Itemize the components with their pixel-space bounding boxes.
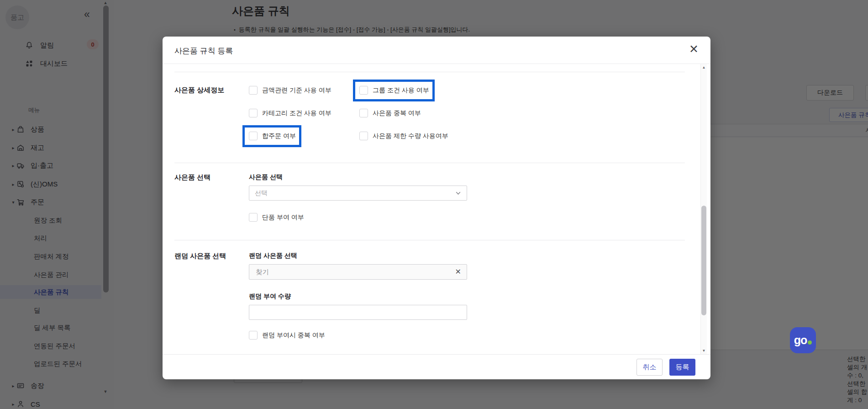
checkbox-label: 사은품 제한 수량 사용여부	[373, 132, 448, 140]
gift-rule-register-modal: 사은품 규칙 등록 ✕ 사은품 상세정보 금액관련 기준 사용 여부 그룹 조건…	[163, 37, 710, 379]
checkbox-label: 랜덤 부여시 중복 여부	[262, 331, 325, 340]
modal-header: 사은품 규칙 등록 ✕	[163, 37, 710, 64]
checkbox-combined-order[interactable]: 합주문 여부	[249, 132, 296, 140]
checkbox-group-condition[interactable]: 그룹 조건 사용 여부	[359, 86, 429, 95]
go-badge-text: go	[794, 334, 807, 347]
go-badge-dot	[808, 340, 812, 345]
gift-select-field-label: 사은품 선택	[249, 173, 467, 181]
checkbox-box[interactable]	[249, 86, 258, 95]
modal-scroll-down-icon[interactable]: ▼	[701, 349, 707, 353]
random-gift-search-input[interactable]	[255, 268, 439, 276]
gift-select-section: 사은품 선택 사은품 선택 선택 단품 부여 여부	[174, 163, 685, 240]
cancel-button[interactable]: 취소	[637, 359, 663, 376]
random-gift-field-label: 랜덤 사은품 선택	[249, 252, 467, 260]
checkbox-random-duplicate[interactable]: 랜덤 부여시 중복 여부	[249, 331, 325, 340]
random-section-label: 랜덤 사은품 선택	[174, 252, 249, 340]
checkbox-box[interactable]	[249, 109, 258, 117]
modal-scrollbar-thumb[interactable]	[701, 206, 706, 315]
checkbox-label: 단품 부여 여부	[262, 213, 304, 222]
checkbox-gift-duplicate[interactable]: 사은품 중복 여부	[359, 109, 421, 117]
checkbox-label: 금액관련 기준 사용 여부	[262, 86, 331, 95]
checkbox-amount-criteria[interactable]: 금액관련 기준 사용 여부	[249, 86, 331, 95]
submit-button[interactable]: 등록	[669, 359, 695, 376]
gift-section-content: 사은품 선택 선택 단품 부여 여부	[249, 173, 467, 222]
modal-body: 사은품 상세정보 금액관련 기준 사용 여부 그룹 조건 사용 여부 카테고리 …	[163, 64, 710, 354]
clear-icon[interactable]: ✕	[455, 268, 461, 276]
checkbox-label: 합주문 여부	[262, 132, 296, 140]
checkbox-label: 그룹 조건 사용 여부	[373, 86, 429, 95]
modal-scroll-up-icon[interactable]: ▲	[701, 65, 707, 69]
checkbox-gift-limit-quantity[interactable]: 사은품 제한 수량 사용여부	[359, 132, 448, 140]
random-gift-section: 랜덤 사은품 선택 랜덤 사은품 선택 ✕ 랜덤 부여 수량 랜덤 부여시 중복…	[174, 240, 685, 353]
detail-checkbox-grid: 금액관련 기준 사용 여부 그룹 조건 사용 여부 카테고리 조건 사용 여부 …	[249, 86, 448, 140]
random-gift-search-box[interactable]: ✕	[249, 264, 467, 280]
gift-section-label: 사은품 선택	[174, 173, 249, 222]
go-helper-badge[interactable]: go	[790, 327, 816, 353]
checkbox-category-condition[interactable]: 카테고리 조건 사용 여부	[249, 109, 331, 117]
checkbox-box[interactable]	[359, 86, 368, 95]
checkbox-single-item-grant[interactable]: 단품 부여 여부	[249, 213, 304, 222]
modal-scrollbar: ▲ ▼	[700, 64, 707, 354]
checkbox-box[interactable]	[249, 213, 258, 222]
checkbox-box[interactable]	[249, 331, 258, 340]
random-quantity-label: 랜덤 부여 수량	[249, 292, 467, 301]
checkbox-box[interactable]	[359, 132, 368, 140]
random-quantity-input[interactable]	[249, 305, 467, 320]
gift-select-placeholder: 선택	[255, 189, 268, 197]
modal-footer: 취소 등록	[163, 354, 710, 379]
detail-section: 사은품 상세정보 금액관련 기준 사용 여부 그룹 조건 사용 여부 카테고리 …	[174, 72, 685, 163]
checkbox-box[interactable]	[359, 109, 368, 117]
checkbox-label: 카테고리 조건 사용 여부	[262, 109, 331, 117]
checkbox-label: 사은품 중복 여부	[373, 109, 421, 117]
random-section-content: 랜덤 사은품 선택 ✕ 랜덤 부여 수량 랜덤 부여시 중복 여부	[249, 252, 467, 340]
chevron-down-icon	[455, 190, 461, 196]
detail-section-label: 사은품 상세정보	[174, 86, 249, 140]
gift-select-dropdown[interactable]: 선택	[249, 186, 467, 201]
modal-title: 사은품 규칙 등록	[174, 46, 233, 56]
checkbox-box[interactable]	[249, 132, 258, 140]
close-icon[interactable]: ✕	[689, 43, 699, 55]
